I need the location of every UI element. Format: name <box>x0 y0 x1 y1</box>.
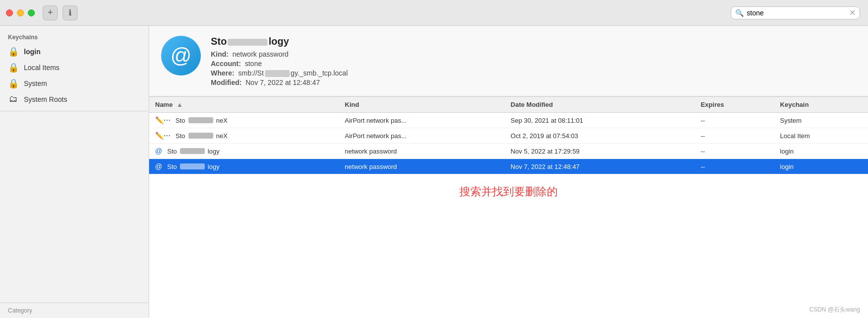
sidebar-item-system[interactable]: 🔒 System <box>0 76 149 91</box>
where-value: smb://Stgy._smb._tcp.local <box>238 69 347 77</box>
cell-name: ✏️⋯ StoneX <box>149 113 339 128</box>
titlebar-buttons: + ℹ <box>43 5 78 20</box>
detail-info: Stology Kind: network password Account: … <box>211 36 856 88</box>
table-header: Name ▲ Kind Date Modified Expires <box>149 97 868 113</box>
lock-icon-system: 🔒 <box>8 78 19 89</box>
at-icon: @ <box>155 147 162 155</box>
watermark: CSDN @石头wang <box>809 306 860 314</box>
cell-keychain: login <box>774 144 868 159</box>
cell-date: Nov 5, 2022 at 17:29:59 <box>505 144 694 159</box>
annotation-area: 搜索并找到要删除的 <box>149 174 868 209</box>
table-row[interactable]: ✏️⋯ StoneX AirPort network pas... Sep 30… <box>149 113 868 128</box>
detail-modified-row: Modified: Nov 7, 2022 at 12:48:47 <box>211 79 856 86</box>
lock-icon-local: 🔒 <box>8 62 19 73</box>
kind-value: network password <box>233 50 289 58</box>
name-redacted-4 <box>180 163 205 169</box>
pencil-icon: ✏️⋯ <box>155 116 171 124</box>
col-keychain[interactable]: Keychain <box>774 97 868 113</box>
cell-date: Nov 7, 2022 at 12:48:47 <box>505 159 694 174</box>
cell-kind: network password <box>339 144 505 159</box>
cell-name: ✏️⋯ StoneX <box>149 128 339 144</box>
search-input[interactable] <box>747 9 846 17</box>
kind-label: Kind: <box>211 50 229 58</box>
name-redacted <box>228 39 267 46</box>
table-row[interactable]: ✏️⋯ StoneX AirPort network pas... Oct 2,… <box>149 128 868 144</box>
name-redacted-2 <box>188 133 213 139</box>
titlebar: + ℹ 🔍 ✕ <box>0 0 868 26</box>
minimize-button[interactable] <box>17 9 24 16</box>
detail-kind-row: Kind: network password <box>211 50 856 58</box>
sidebar-divider <box>0 111 149 111</box>
modified-value: Nov 7, 2022 at 12:48:47 <box>246 79 320 86</box>
cell-kind: network password <box>339 159 505 174</box>
cell-kind: AirPort network pas... <box>339 113 505 128</box>
detail-where-row: Where: smb://Stgy._smb._tcp.local <box>211 69 856 77</box>
detail-avatar: @ <box>161 36 201 76</box>
right-panel: @ Stology Kind: network password Account… <box>149 26 868 318</box>
cell-expires: -- <box>694 128 774 144</box>
account-value: stone <box>245 60 261 68</box>
cell-kind: AirPort network pas... <box>339 128 505 144</box>
cell-expires: -- <box>694 159 774 174</box>
col-name[interactable]: Name ▲ <box>149 97 339 113</box>
category-label: Category <box>8 307 32 314</box>
sidebar-bottom: Category <box>0 303 149 318</box>
name-redacted-3 <box>180 148 205 154</box>
table-row[interactable]: @ Stology network password Nov 5, 2022 a… <box>149 144 868 159</box>
detail-header: @ Stology Kind: network password Account… <box>149 26 868 96</box>
col-expires[interactable]: Expires <box>694 97 774 113</box>
col-date-modified[interactable]: Date Modified <box>505 97 694 113</box>
close-button[interactable] <box>6 9 13 16</box>
cell-expires: -- <box>694 144 774 159</box>
traffic-lights <box>6 9 35 16</box>
sidebar-label-login: login <box>24 48 40 56</box>
search-icon: 🔍 <box>735 9 744 17</box>
sidebar-item-login[interactable]: 🔒 login <box>0 44 149 60</box>
cell-date: Sep 30, 2021 at 08:11:01 <box>505 113 694 128</box>
cell-name: @ Stology <box>149 144 339 159</box>
account-label: Account: <box>211 60 241 68</box>
cell-expires: -- <box>694 113 774 128</box>
detail-name: Stology <box>211 36 856 47</box>
sidebar-item-system-roots[interactable]: 🗂 System Roots <box>0 91 149 107</box>
search-bar: 🔍 ✕ <box>731 6 860 19</box>
sidebar-section-title: Keychains <box>0 31 149 44</box>
sidebar: Keychains 🔒 login 🔒 Local Items 🔒 System… <box>0 26 149 318</box>
cell-name: @ Stology <box>149 159 339 174</box>
table-area: Name ▲ Kind Date Modified Expires <box>149 96 868 318</box>
add-button[interactable]: + <box>43 5 58 20</box>
pencil-icon: ✏️⋯ <box>155 132 171 140</box>
where-label: Where: <box>211 69 234 77</box>
sidebar-label-local-items: Local Items <box>24 64 60 72</box>
cell-keychain: Local Item <box>774 128 868 144</box>
at-icon-selected: @ <box>155 162 162 170</box>
main-content: Keychains 🔒 login 🔒 Local Items 🔒 System… <box>0 26 868 318</box>
sidebar-label-system: System <box>24 80 47 87</box>
maximize-button[interactable] <box>28 9 35 16</box>
where-redacted <box>265 70 290 77</box>
detail-account-row: Account: stone <box>211 60 856 68</box>
table-body: ✏️⋯ StoneX AirPort network pas... Sep 30… <box>149 113 868 174</box>
cell-date: Oct 2, 2019 at 07:54:03 <box>505 128 694 144</box>
lock-icon-login: 🔒 <box>8 46 19 57</box>
cell-keychain: System <box>774 113 868 128</box>
modified-label: Modified: <box>211 79 242 86</box>
results-table: Name ▲ Kind Date Modified Expires <box>149 96 868 174</box>
search-clear-button[interactable]: ✕ <box>849 9 856 17</box>
table-row-selected[interactable]: @ Stology network password Nov 7, 2022 a… <box>149 159 868 174</box>
info-button[interactable]: ℹ <box>63 5 78 20</box>
cell-keychain: login <box>774 159 868 174</box>
sidebar-item-local-items[interactable]: 🔒 Local Items <box>0 60 149 76</box>
col-kind[interactable]: Kind <box>339 97 505 113</box>
annotation-text: 搜索并找到要删除的 <box>459 185 558 198</box>
name-redacted-1 <box>188 117 213 123</box>
sort-arrow-name: ▲ <box>176 101 183 108</box>
sidebar-label-system-roots: System Roots <box>24 95 67 103</box>
folder-icon-system-roots: 🗂 <box>8 94 19 104</box>
